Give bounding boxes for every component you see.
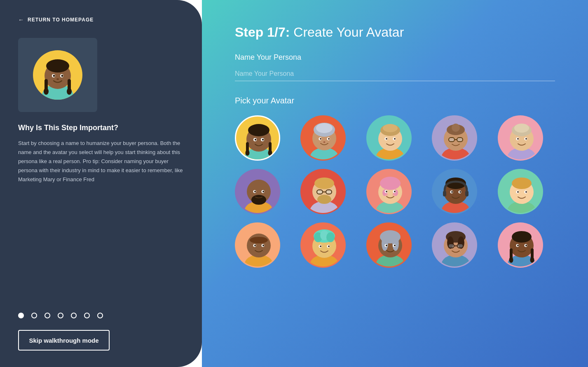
- svg-point-64: [314, 178, 334, 189]
- svg-point-79: [392, 194, 396, 196]
- svg-point-108: [326, 232, 335, 242]
- svg-rect-128: [457, 244, 463, 248]
- step-dots: [18, 313, 185, 318]
- svg-rect-66: [326, 190, 332, 194]
- avatar-preview-box: [18, 38, 97, 112]
- svg-point-61: [251, 195, 266, 205]
- avatar-grid: [235, 115, 555, 268]
- svg-point-140: [525, 245, 527, 246]
- avatar-item-3[interactable]: [366, 115, 412, 161]
- avatar-item-15[interactable]: [498, 222, 543, 268]
- avatar-item-8[interactable]: [366, 169, 412, 214]
- right-panel: Step 1/7: Create Your Avatar Name Your P…: [202, 0, 588, 367]
- avatar-item-10[interactable]: [498, 169, 543, 214]
- svg-point-26: [316, 123, 333, 133]
- svg-point-116: [382, 236, 388, 251]
- svg-point-91: [512, 178, 532, 189]
- svg-point-53: [517, 138, 519, 140]
- svg-point-95: [525, 191, 527, 193]
- step-bold: Step 1/7:: [235, 25, 290, 40]
- avatar-item-5[interactable]: [498, 115, 543, 161]
- svg-point-50: [514, 124, 529, 133]
- avatar-item-2[interactable]: [300, 115, 346, 161]
- svg-point-71: [380, 177, 401, 190]
- arrow-left-icon: ←: [18, 16, 24, 23]
- avatar-item-14[interactable]: [432, 222, 477, 268]
- svg-rect-83: [443, 191, 446, 196]
- svg-point-94: [517, 191, 519, 193]
- persona-name-input[interactable]: [235, 67, 555, 81]
- avatar-item-6[interactable]: [235, 169, 280, 214]
- svg-point-43: [452, 124, 460, 132]
- svg-point-112: [328, 245, 330, 247]
- svg-point-136: [530, 257, 534, 263]
- svg-point-11: [56, 78, 59, 80]
- svg-rect-44: [449, 138, 454, 142]
- svg-point-21: [255, 139, 256, 140]
- svg-point-4: [44, 88, 49, 95]
- svg-rect-127: [448, 244, 454, 248]
- svg-point-100: [254, 245, 256, 246]
- svg-point-121: [394, 245, 396, 246]
- avatar-item-1[interactable]: [235, 115, 280, 161]
- step-dot-6[interactable]: [84, 313, 90, 318]
- step-dot-1[interactable]: [18, 313, 24, 318]
- svg-point-39: [394, 138, 396, 140]
- why-text: Start by choosing a name to humanize you…: [18, 139, 185, 184]
- svg-point-16: [246, 150, 250, 156]
- svg-point-59: [254, 191, 256, 192]
- avatar-item-7[interactable]: [300, 169, 346, 214]
- svg-rect-65: [317, 190, 323, 194]
- svg-point-9: [53, 75, 55, 77]
- step-dot-2[interactable]: [31, 313, 37, 318]
- svg-point-111: [320, 245, 321, 247]
- skip-walkthrough-button[interactable]: Skip walkthrough mode: [18, 330, 110, 351]
- avatar-item-13[interactable]: [366, 222, 412, 268]
- step-text: Create Your Avatar: [290, 25, 404, 40]
- svg-point-6: [67, 88, 72, 95]
- svg-point-38: [386, 138, 387, 140]
- svg-rect-84: [465, 191, 469, 196]
- step-title: Step 1/7: Create Your Avatar: [235, 25, 555, 40]
- svg-point-30: [328, 138, 330, 140]
- svg-point-54: [525, 138, 527, 140]
- svg-point-88: [459, 191, 461, 193]
- svg-point-76: [386, 191, 387, 192]
- selected-avatar-svg: [33, 50, 82, 100]
- step-dot-5[interactable]: [71, 313, 77, 318]
- svg-point-29: [320, 138, 321, 140]
- step-dot-4[interactable]: [58, 313, 63, 318]
- step-dot-3[interactable]: [45, 313, 50, 318]
- avatar-item-4[interactable]: [432, 115, 477, 161]
- bottom-section: Skip walkthrough mode: [18, 313, 185, 351]
- avatar-preview-circle: [33, 50, 82, 100]
- name-section-label: Name Your Persona: [235, 53, 555, 62]
- return-label: RETURN TO HOMEPAGE: [28, 17, 94, 23]
- svg-point-18: [268, 150, 272, 156]
- return-to-homepage-link[interactable]: ← RETURN TO HOMEPAGE: [18, 16, 185, 23]
- avatar-item-9[interactable]: [432, 169, 477, 214]
- why-title: Why Is This Step Important?: [18, 124, 185, 132]
- step-dot-7[interactable]: [97, 313, 103, 318]
- svg-point-2: [46, 59, 69, 72]
- svg-point-102: [250, 237, 268, 243]
- svg-rect-45: [457, 138, 463, 142]
- avatar-item-11[interactable]: [235, 222, 280, 268]
- left-panel: ← RETURN TO HOMEPAGE: [0, 0, 202, 367]
- svg-point-22: [262, 139, 264, 140]
- svg-point-60: [262, 191, 264, 192]
- pick-avatar-label: Pick your Avatar: [235, 96, 555, 105]
- svg-point-132: [512, 231, 532, 243]
- svg-point-14: [248, 124, 269, 136]
- svg-point-78: [385, 194, 388, 196]
- svg-point-120: [386, 245, 387, 246]
- svg-point-117: [392, 236, 399, 251]
- svg-point-31: [323, 141, 326, 143]
- avatar-item-12[interactable]: [300, 222, 346, 268]
- svg-point-10: [61, 75, 63, 77]
- svg-point-139: [517, 245, 519, 246]
- svg-point-87: [451, 191, 453, 193]
- svg-point-77: [394, 191, 396, 192]
- svg-point-35: [383, 124, 398, 132]
- svg-point-101: [262, 245, 264, 246]
